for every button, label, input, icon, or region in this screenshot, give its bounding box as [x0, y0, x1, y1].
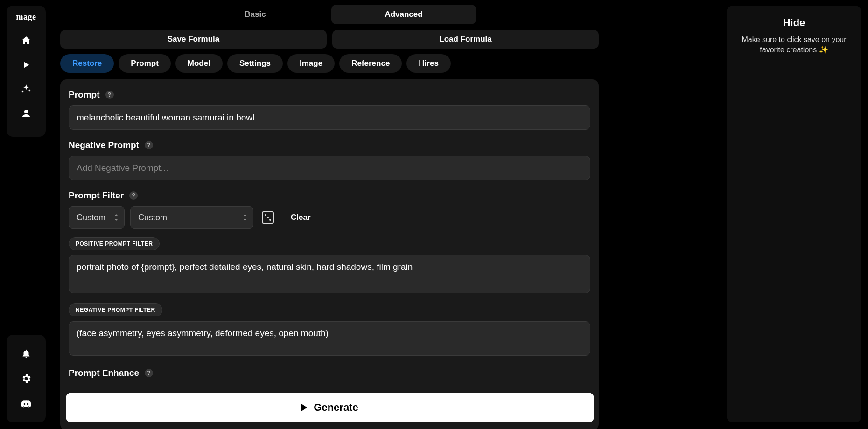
mode-tabs: Basic Advanced	[60, 5, 599, 24]
negative-filter-pill: NEGATIVE PROMPT FILTER	[69, 303, 162, 316]
generate-label: Generate	[314, 401, 358, 414]
chip-image[interactable]: Image	[287, 54, 335, 73]
prompt-input[interactable]	[69, 105, 590, 130]
chip-restore[interactable]: Restore	[60, 54, 114, 73]
play-icon	[301, 404, 307, 411]
chip-prompt[interactable]: Prompt	[119, 54, 171, 73]
filter-select-2[interactable]: Custom	[130, 206, 253, 229]
help-icon[interactable]: ?	[145, 141, 153, 149]
positive-filter-pill: POSITIVE PROMPT FILTER	[69, 237, 160, 250]
tab-basic[interactable]: Basic	[183, 5, 328, 24]
play-icon[interactable]	[21, 59, 32, 70]
tab-advanced[interactable]: Advanced	[331, 5, 476, 24]
left-sidebar-top: mage	[7, 6, 46, 137]
chip-model[interactable]: Model	[175, 54, 223, 73]
discord-icon[interactable]	[21, 398, 32, 409]
load-formula-button[interactable]: Load Formula	[332, 30, 599, 49]
main-content: Basic Advanced Save Formula Load Formula…	[60, 5, 599, 429]
negative-prompt-label: Negative Prompt	[69, 140, 139, 150]
gear-icon[interactable]	[21, 373, 32, 384]
chip-hires[interactable]: Hires	[406, 54, 451, 73]
left-sidebar-bottom	[7, 335, 46, 422]
settings-card: Prompt ? Negative Prompt ? Prompt Filter…	[60, 79, 599, 429]
user-icon[interactable]	[21, 108, 32, 119]
nav-chips: Restore Prompt Model Settings Image Refe…	[60, 54, 599, 73]
prompt-label: Prompt	[69, 90, 100, 100]
logo: mage	[16, 12, 36, 22]
hide-button[interactable]: Hide	[736, 17, 852, 29]
save-formula-button[interactable]: Save Formula	[60, 30, 327, 49]
negative-filter-input[interactable]	[69, 321, 590, 356]
generate-button[interactable]: Generate	[66, 393, 594, 422]
home-icon[interactable]	[21, 35, 32, 46]
prompt-filter-label: Prompt Filter	[69, 190, 124, 201]
filter-select-1[interactable]: Custom	[69, 206, 125, 229]
prompt-enhance-label: Prompt Enhance	[69, 368, 139, 378]
right-panel: Hide Make sure to click save on your fav…	[727, 6, 861, 422]
sparkles-icon[interactable]	[21, 84, 32, 95]
filter-select-2-value: Custom	[138, 213, 167, 223]
formula-buttons: Save Formula Load Formula	[60, 30, 599, 49]
filter-select-1-value: Custom	[77, 213, 105, 223]
help-icon[interactable]: ?	[105, 91, 114, 99]
chip-settings[interactable]: Settings	[227, 54, 283, 73]
bell-icon[interactable]	[21, 348, 32, 359]
right-panel-message: Make sure to click save on your favorite…	[736, 35, 852, 56]
help-icon[interactable]: ?	[145, 369, 153, 377]
positive-filter-input[interactable]	[69, 255, 590, 293]
help-icon[interactable]: ?	[129, 191, 138, 200]
clear-button[interactable]: Clear	[291, 213, 311, 222]
dice-icon[interactable]	[262, 211, 274, 224]
chip-reference[interactable]: Reference	[339, 54, 402, 73]
negative-prompt-input[interactable]	[69, 156, 590, 180]
